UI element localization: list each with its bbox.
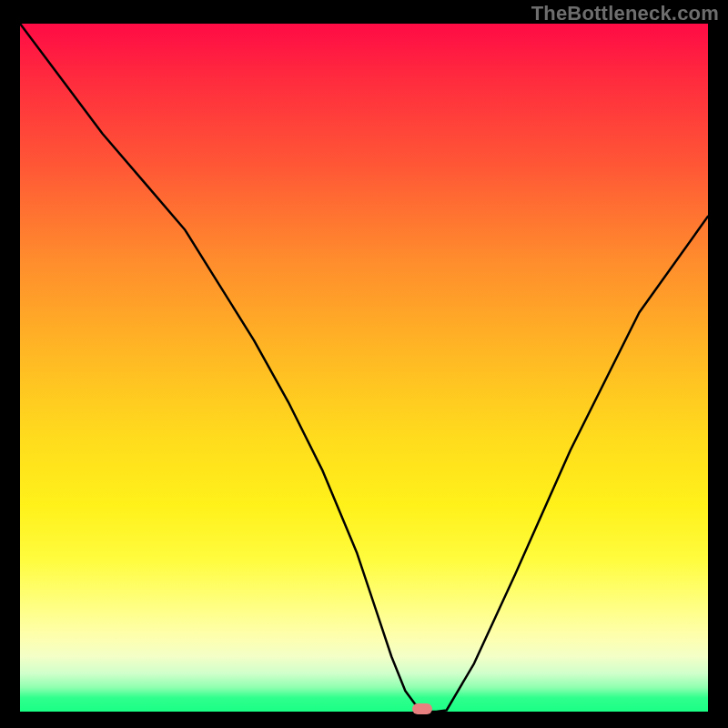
optimum-marker: [412, 703, 432, 714]
watermark-text: TheBottleneck.com: [531, 2, 719, 25]
chart-frame: TheBottleneck.com: [0, 0, 728, 728]
curve-path: [20, 24, 708, 712]
plot-area: [20, 24, 708, 712]
bottleneck-curve: [20, 24, 708, 712]
